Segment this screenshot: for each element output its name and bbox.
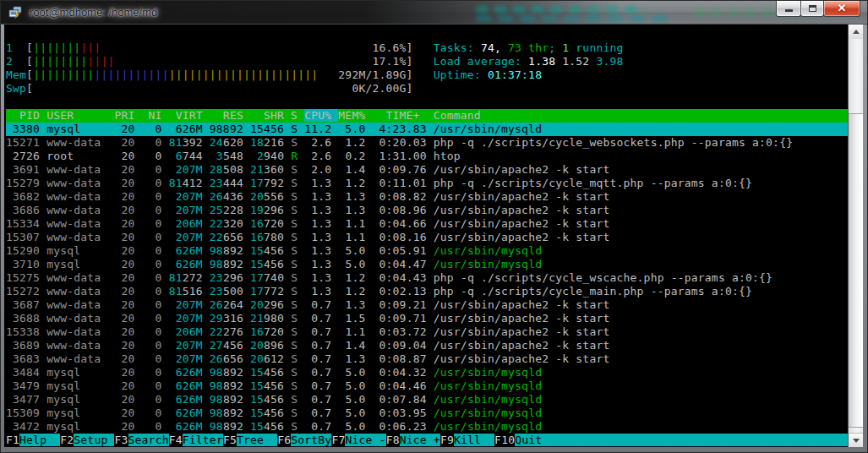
minimize-button[interactable] <box>776 1 801 17</box>
process-row-15338[interactable]: 15338 www-data 20 0 206M 22276 16720 S 0… <box>6 325 848 339</box>
fkey-label-search[interactable]: Search <box>128 434 169 446</box>
process-row-2726[interactable]: 2726 root 20 0 6744 3548 2940 R 2.6 0.2 … <box>6 150 848 163</box>
fkey-F3[interactable]: F3 <box>114 434 128 446</box>
process-row-3691[interactable]: 3691 www-data 20 0 207M 28508 21360 S 2.… <box>6 163 848 177</box>
title-bar[interactable]: root@mdhome: /home/md ✕ <box>1 1 867 25</box>
scroll-down-icon <box>853 439 860 443</box>
process-row-15309[interactable]: 15309 mysql 20 0 626M 98892 15456 S 0.7 … <box>6 407 848 420</box>
scroll-down-button[interactable] <box>849 433 863 447</box>
cpu-meter-1: 1 [|||||||||| 16.6%] Tasks: 74, 73 thr; … <box>6 41 848 55</box>
fkey-F1[interactable]: F1 <box>6 434 19 446</box>
fkey-label-setup[interactable]: Setup <box>74 434 114 446</box>
cpu-memory-meters: 1 [|||||||||| 16.6%] Tasks: 74, 73 thr; … <box>6 41 848 96</box>
process-row-3683[interactable]: 3683 www-data 20 0 207M 26656 20612 S 0.… <box>6 352 848 366</box>
window-controls: ✕ <box>777 1 860 17</box>
process-row-3682[interactable]: 3682 www-data 20 0 207M 26436 20556 S 1.… <box>6 190 848 204</box>
fkey-F4[interactable]: F4 <box>169 434 183 446</box>
fkey-F9[interactable]: F9 <box>440 434 454 446</box>
memory-meter: Mem[||||||||||||||||||||||||||||||||||||… <box>6 68 848 82</box>
process-row-15279[interactable]: 15279 www-data 20 0 81412 23444 17792 S … <box>6 177 848 190</box>
close-button[interactable]: ✕ <box>823 1 860 17</box>
process-row-15271[interactable]: 15271 www-data 20 0 81392 24620 18216 S … <box>6 136 848 150</box>
process-row-3687[interactable]: 3687 www-data 20 0 207M 26264 20296 S 0.… <box>6 298 848 312</box>
process-row-15334[interactable]: 15334 www-data 20 0 206M 22320 16720 S 1… <box>6 217 848 231</box>
fkey-label-nice -[interactable]: Nice - <box>345 434 385 446</box>
scroll-up-icon <box>853 30 860 34</box>
fkey-label-nice +[interactable]: Nice + <box>400 434 440 446</box>
fkey-label-tree[interactable]: Tree <box>237 434 277 446</box>
process-row-15307[interactable]: 15307 www-data 20 0 207M 22656 16780 S 1… <box>6 231 848 244</box>
swap-meter: Swp[ 0K/2.00G] <box>6 82 848 96</box>
glass-reflection <box>476 6 645 13</box>
maximize-button[interactable] <box>800 1 824 17</box>
blank-line <box>6 28 848 41</box>
fkey-F2[interactable]: F2 <box>60 434 74 446</box>
fkey-F7[interactable]: F7 <box>331 434 345 446</box>
cpu-meter-2: 2 [|||||||||||| 17.1%] Load average: 1.3… <box>6 55 848 68</box>
blank-line <box>6 96 848 109</box>
fkey-label-quit[interactable]: Quit <box>515 434 555 446</box>
fkey-label-filter[interactable]: Filter <box>183 434 223 446</box>
fkey-label-sortby[interactable]: SortBy <box>291 434 331 446</box>
process-row-3688[interactable]: 3688 www-data 20 0 207M 29316 21980 S 0.… <box>6 312 848 325</box>
process-table-header[interactable]: PID USER PRI NI VIRT RES SHR S CPU% MEM%… <box>6 109 848 123</box>
process-row-3477[interactable]: 3477 mysql 20 0 626M 98892 15456 S 0.7 5… <box>6 393 848 407</box>
process-row-3479[interactable]: 3479 mysql 20 0 626M 98892 15456 S 0.7 5… <box>6 379 848 393</box>
process-row-3472[interactable]: 3472 mysql 20 0 626M 98892 15456 S 0.7 5… <box>6 420 848 434</box>
minimize-icon <box>785 9 793 12</box>
scrollbar[interactable] <box>848 25 863 447</box>
process-row-3689[interactable]: 3689 www-data 20 0 207M 27456 20896 S 0.… <box>6 339 848 352</box>
scrollbar-thumb[interactable] <box>849 113 863 428</box>
fkey-F6[interactable]: F6 <box>277 434 291 446</box>
process-table: 3380 mysql 20 0 626M 98892 15456 S 11.2 … <box>6 123 848 434</box>
fkey-F8[interactable]: F8 <box>386 434 400 446</box>
process-row-3380[interactable]: 3380 mysql 20 0 626M 98892 15456 S 11.2 … <box>6 123 848 136</box>
fkey-F5[interactable]: F5 <box>223 434 237 446</box>
window-title: root@mdhome: /home/md <box>30 6 157 19</box>
fkey-label-help[interactable]: Help <box>19 434 60 446</box>
process-row-3710[interactable]: 3710 mysql 20 0 626M 98892 15456 S 1.3 5… <box>6 258 848 271</box>
function-key-bar[interactable]: F1Help F2Setup F3SearchF4FilterF5Tree F6… <box>6 434 848 447</box>
fkey-label-kill[interactable]: Kill <box>454 434 494 446</box>
process-row-15272[interactable]: 15272 www-data 20 0 81516 23500 17772 S … <box>6 285 848 298</box>
process-row-3484[interactable]: 3484 mysql 20 0 626M 98892 15456 S 0.7 5… <box>6 366 848 379</box>
close-icon: ✕ <box>824 2 860 14</box>
maximize-icon <box>809 5 816 12</box>
glass-reflection <box>476 15 670 22</box>
scroll-up-button[interactable] <box>849 25 863 39</box>
terminal-content: 1 [|||||||||| 16.6%] Tasks: 74, 73 thr; … <box>4 25 848 447</box>
process-row-3686[interactable]: 3686 www-data 20 0 207M 25228 19296 S 1.… <box>6 204 848 217</box>
putty-icon <box>8 6 22 19</box>
process-row-15275[interactable]: 15275 www-data 20 0 81272 23296 17740 S … <box>6 271 848 285</box>
process-row-15290[interactable]: 15290 mysql 20 0 626M 98892 15456 S 1.3 … <box>6 244 848 258</box>
putty-window: root@mdhome: /home/md ✕ 1 [|||||||||| 16… <box>0 0 868 453</box>
fkey-F10[interactable]: F10 <box>494 434 515 446</box>
